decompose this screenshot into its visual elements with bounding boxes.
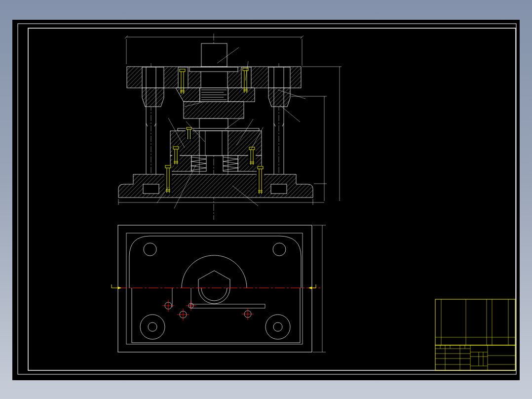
die-cavity [199, 131, 228, 156]
pillar-foot-left [143, 184, 159, 194]
bolt-slot [257, 166, 264, 196]
punch [199, 119, 228, 129]
shank-collar-seat [190, 67, 238, 72]
bolt-slot [164, 165, 172, 195]
guide-bushing-left [142, 88, 164, 107]
pillar-foot-right [271, 184, 287, 194]
cad-viewport [0, 0, 532, 399]
bushing-bore-right [268, 67, 290, 88]
guide-bushing-right [268, 88, 290, 107]
retainer-right [228, 88, 255, 102]
bushing-bore-left [142, 67, 164, 88]
punch-holder [184, 102, 244, 119]
die-shank [201, 43, 227, 67]
